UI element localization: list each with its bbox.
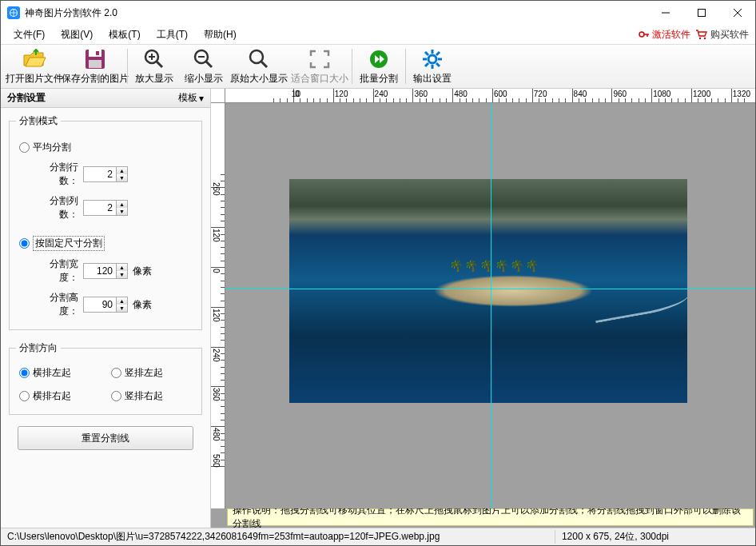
split-direction-group: 分割方向 横排左起 竖排左起 横排右起 竖排右起: [9, 341, 202, 415]
menu-help[interactable]: 帮助(H): [197, 26, 243, 43]
zoom-in-button[interactable]: 放大显示: [129, 46, 179, 87]
radio-vertical-left[interactable]: 竖排左起: [111, 366, 195, 380]
separator: [405, 49, 406, 84]
width-spinner[interactable]: ▲▼: [83, 263, 128, 279]
panel-title: 分割设置: [7, 91, 46, 105]
maximize-button[interactable]: [683, 1, 719, 25]
close-button[interactable]: [719, 1, 755, 25]
canvas-area: 100120240360480600720840960108012001320 …: [211, 89, 755, 528]
height-label: 分割高度：: [34, 291, 78, 318]
buy-link[interactable]: 购买软件: [695, 28, 749, 42]
fit-window-icon: [309, 48, 330, 70]
width-label: 分割宽度：: [34, 257, 78, 285]
save-button[interactable]: 保存分割的图片: [65, 46, 125, 87]
folder-open-icon: [22, 48, 46, 70]
separator: [127, 49, 128, 84]
svg-line-21: [206, 62, 212, 67]
svg-line-32: [436, 63, 440, 66]
panel-header: 分割设置 模板▾: [1, 89, 210, 108]
open-button[interactable]: 打开图片文件: [4, 46, 65, 87]
svg-point-23: [250, 50, 263, 63]
svg-point-7: [639, 32, 644, 37]
split-line-horizontal[interactable]: [225, 289, 755, 289]
menu-template[interactable]: 模板(T): [102, 26, 146, 43]
radio-fixed-split[interactable]: 按固定尺寸分割: [19, 236, 195, 251]
ruler-corner: [211, 89, 225, 103]
chevron-down-icon: ▾: [199, 93, 204, 104]
cols-label: 分割列数：: [34, 194, 78, 221]
cart-icon: [695, 29, 708, 40]
split-line-vertical[interactable]: [491, 103, 491, 508]
height-spinner[interactable]: ▲▼: [83, 297, 128, 313]
split-direction-legend: 分割方向: [16, 341, 61, 355]
cols-spinner[interactable]: ▲▼: [83, 200, 128, 216]
hint-bar: 操作说明：拖拽分割线可移动其位置；在标尺上拖拽鼠标到图片上可以添加分割线；将分割…: [227, 508, 754, 526]
svg-point-26: [428, 55, 436, 63]
gear-icon: [422, 48, 443, 70]
svg-rect-13: [89, 50, 101, 57]
status-path: C:\Users\lenovo\Desktop\图片\u=3728574222,…: [7, 530, 440, 544]
rows-label: 分割行数：: [34, 161, 78, 188]
radio-horizontal-left[interactable]: 横排左起: [19, 366, 103, 380]
ruler-horizontal[interactable]: 100120240360480600720840960108012001320: [225, 89, 755, 103]
zoom-out-icon: [193, 48, 214, 70]
up-arrow-icon[interactable]: ▲: [117, 167, 127, 174]
pixel-unit: 像素: [133, 265, 152, 278]
svg-line-31: [425, 52, 428, 55]
panel-body: 分割模式 平均分割 分割行数： ▲▼ 分割列数： ▲▼ 按固定尺寸分割 分割宽度…: [1, 108, 210, 528]
up-arrow-icon[interactable]: ▲: [117, 264, 127, 271]
svg-line-34: [425, 63, 428, 66]
menubar: 文件(F) 视图(V) 模板(T) 工具(T) 帮助(H) 激活软件 购买软件: [1, 25, 755, 44]
template-dropdown[interactable]: 模板▾: [178, 91, 204, 105]
radio-horizontal-right[interactable]: 横排右起: [19, 389, 103, 403]
save-icon: [85, 48, 105, 70]
zoom-in-icon: [144, 48, 165, 70]
rows-spinner[interactable]: ▲▼: [83, 166, 128, 182]
radio-vertical-right[interactable]: 竖排右起: [111, 389, 195, 403]
ruler-vertical[interactable]: 2601200120240360480560: [211, 103, 225, 508]
batch-icon: [368, 48, 389, 70]
menu-tools[interactable]: 工具(T): [150, 26, 194, 43]
canvas-stage[interactable]: [225, 103, 755, 508]
window-controls: [647, 1, 755, 25]
pixel-unit: 像素: [133, 298, 152, 312]
trees-graphic: [449, 259, 577, 283]
down-arrow-icon[interactable]: ▼: [117, 271, 127, 278]
menu-file[interactable]: 文件(F): [7, 26, 51, 43]
output-settings-button[interactable]: 输出设置: [408, 46, 457, 87]
status-info: 1200 x 675, 24位, 300dpi: [555, 530, 749, 544]
app-icon: [7, 6, 20, 19]
down-arrow-icon[interactable]: ▼: [117, 174, 127, 181]
separator: [352, 49, 352, 84]
svg-line-24: [261, 62, 267, 67]
titlebar: 神奇图片分割软件 2.0: [1, 1, 755, 25]
zoom-actual-button[interactable]: 原始大小显示: [229, 46, 289, 87]
svg-line-33: [436, 52, 440, 55]
sidebar: 分割设置 模板▾ 分割模式 平均分割 分割行数： ▲▼ 分割列数： ▲▼ 按固定…: [1, 89, 211, 528]
statusbar: C:\Users\lenovo\Desktop\图片\u=3728574222,…: [1, 528, 755, 545]
reset-button[interactable]: 重置分割线: [18, 426, 193, 450]
image-preview[interactable]: [289, 179, 687, 403]
radio-average-split[interactable]: 平均分割: [19, 141, 195, 154]
split-mode-legend: 分割模式: [16, 114, 61, 128]
minimize-button[interactable]: [647, 1, 683, 25]
window-title: 神奇图片分割软件 2.0: [25, 6, 647, 20]
key-icon: [639, 29, 650, 40]
svg-rect-14: [96, 51, 99, 55]
split-mode-group: 分割模式 平均分割 分割行数： ▲▼ 分割列数： ▲▼ 按固定尺寸分割 分割宽度…: [9, 114, 202, 330]
zoom-fit-button[interactable]: 适合窗口大小: [289, 46, 350, 87]
zoom-out-button[interactable]: 缩小显示: [179, 46, 229, 87]
up-arrow-icon[interactable]: ▲: [117, 201, 127, 208]
svg-line-17: [157, 62, 162, 67]
activate-link[interactable]: 激活软件: [639, 28, 690, 42]
toolbar: 打开图片文件 保存分割的图片 放大显示 缩小显示 原始大小显示 适合窗口大小 批…: [1, 44, 755, 89]
main-area: 分割设置 模板▾ 分割模式 平均分割 分割行数： ▲▼ 分割列数： ▲▼ 按固定…: [1, 89, 755, 528]
svg-rect-4: [698, 10, 705, 17]
batch-button[interactable]: 批量分割: [354, 46, 404, 87]
down-arrow-icon[interactable]: ▼: [117, 208, 127, 215]
up-arrow-icon[interactable]: ▲: [117, 297, 127, 305]
menu-view[interactable]: 视图(V): [54, 26, 99, 43]
zoom-actual-icon: [249, 48, 269, 70]
svg-rect-15: [89, 60, 101, 68]
down-arrow-icon[interactable]: ▼: [117, 305, 127, 312]
